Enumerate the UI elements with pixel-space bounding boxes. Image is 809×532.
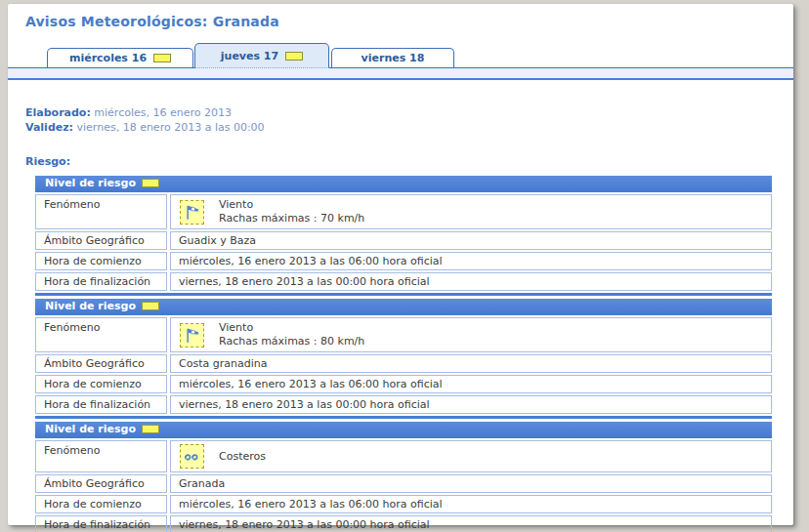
fenomeno-value: Costeros	[170, 440, 772, 472]
tab-label: jueves 17	[221, 50, 278, 62]
fin-label: Hora de finalización	[35, 272, 167, 291]
fin-label: Hora de finalización	[35, 395, 167, 414]
content-window: Avisos Meteorológicos: Granada miércoles…	[8, 4, 793, 525]
wind-sock-icon	[180, 200, 204, 225]
fenomeno-label: Fenómeno	[35, 317, 167, 352]
fin-value: viernes, 18 enero 2013 a las 00:00 hora …	[170, 395, 772, 414]
risk-level-badge	[285, 52, 303, 61]
sea-waves-icon	[180, 444, 204, 469]
table-row: Hora de finalización viernes, 18 enero 2…	[35, 395, 772, 414]
warning-table: Nivel de riesgo Fenómeno Viento Rachas m…	[35, 299, 772, 419]
warning-table: Nivel de riesgo Fenómeno Viento Rachas m…	[35, 176, 772, 296]
fin-label: Hora de finalización	[35, 515, 167, 532]
table-row: Ámbito Geográfico Costa granadina	[35, 354, 772, 373]
ambito-value: Granada	[170, 474, 772, 493]
warning-table: Nivel de riesgo Fenómeno Costeros Ámbito…	[35, 422, 772, 532]
tab-miercoles-16[interactable]: miércoles 16	[47, 48, 193, 67]
ambito-label: Ámbito Geográfico	[35, 231, 167, 250]
comienzo-label: Hora de comienzo	[35, 375, 167, 393]
fenomeno-text: Costeros	[219, 450, 266, 464]
comienzo-label: Hora de comienzo	[35, 495, 167, 513]
tab-label: miércoles 16	[69, 52, 147, 64]
ambito-label: Ámbito Geográfico	[35, 354, 167, 373]
tab-label: viernes 18	[362, 52, 425, 64]
tab-viernes-18[interactable]: viernes 18	[331, 48, 454, 67]
table-bottom-bar	[35, 416, 772, 419]
table-row: Hora de comienzo miércoles, 16 enero 201…	[35, 252, 772, 270]
day-tabs: miércoles 16 jueves 17 viernes 18	[8, 43, 793, 67]
elaborado-line: Elaborado: miércoles, 16 enero 2013	[25, 105, 793, 120]
table-row: Hora de comienzo miércoles, 16 enero 201…	[35, 495, 772, 513]
risk-level-badge	[142, 425, 159, 433]
issue-info: Elaborado: miércoles, 16 enero 2013 Vali…	[25, 105, 793, 135]
fenomeno-text: Viento Rachas máximas : 80 km/h	[219, 321, 364, 348]
risk-level-badge	[142, 302, 159, 310]
riesgo-heading: Riesgo:	[25, 155, 793, 168]
elaborado-label: Elaborado:	[25, 106, 91, 119]
fin-value: viernes, 18 enero 2013 a las 00:00 hora …	[170, 272, 772, 291]
table-row: Fenómeno Costeros	[35, 440, 772, 472]
table-row: Fenómeno Viento Rachas máximas : 80 km/h	[35, 317, 772, 352]
risk-level-badge	[153, 54, 171, 62]
warning-header-label: Nivel de riesgo	[45, 300, 136, 312]
page-title: Avisos Meteorológicos: Granada	[25, 4, 793, 29]
comienzo-value: miércoles, 16 enero 2013 a las 06:00 hor…	[170, 495, 772, 513]
ambito-label: Ámbito Geográfico	[35, 474, 167, 493]
fenomeno-name: Costeros	[219, 450, 266, 464]
fenomeno-text: Viento Rachas máximas : 70 km/h	[219, 198, 364, 225]
warning-header-label: Nivel de riesgo	[45, 423, 136, 435]
fenomeno-value: Viento Rachas máximas : 70 km/h	[170, 194, 772, 229]
warning-header: Nivel de riesgo	[35, 299, 772, 315]
ambito-value: Costa granadina	[170, 354, 772, 373]
risk-level-badge	[142, 179, 159, 187]
fenomeno-name: Viento	[219, 198, 364, 212]
comienzo-label: Hora de comienzo	[35, 252, 167, 270]
warning-header-label: Nivel de riesgo	[45, 177, 136, 189]
fenomeno-detail: Rachas máximas : 70 km/h	[219, 212, 364, 225]
table-row: Ámbito Geográfico Guadix y Baza	[35, 231, 772, 250]
table-row: Hora de comienzo miércoles, 16 enero 201…	[35, 375, 772, 393]
table-row: Hora de finalización viernes, 18 enero 2…	[35, 272, 772, 291]
fin-value: viernes, 18 enero 2013 a las 00:00 hora …	[170, 515, 772, 532]
table-row: Fenómeno Viento Rachas máximas : 70 km/h	[35, 194, 772, 229]
warning-header: Nivel de riesgo	[35, 176, 772, 192]
wind-sock-icon	[180, 323, 204, 348]
tab-underline-strip	[8, 67, 793, 80]
comienzo-value: miércoles, 16 enero 2013 a las 06:00 hor…	[170, 375, 772, 393]
table-bottom-bar	[35, 293, 772, 296]
fenomeno-label: Fenómeno	[35, 440, 167, 472]
fenomeno-label: Fenómeno	[35, 194, 167, 229]
validez-line: Validez: viernes, 18 enero 2013 a las 00…	[25, 120, 793, 135]
ambito-value: Guadix y Baza	[170, 231, 772, 250]
elaborado-value: miércoles, 16 enero 2013	[94, 106, 232, 119]
table-row: Hora de finalización viernes, 18 enero 2…	[35, 515, 772, 532]
comienzo-value: miércoles, 16 enero 2013 a las 06:00 hor…	[170, 252, 772, 270]
fenomeno-value: Viento Rachas máximas : 80 km/h	[170, 317, 772, 352]
fenomeno-name: Viento	[219, 321, 364, 335]
table-row: Ámbito Geográfico Granada	[35, 474, 772, 493]
fenomeno-detail: Rachas máximas : 80 km/h	[219, 335, 364, 348]
validez-value: viernes, 18 enero 2013 a las 00:00	[77, 121, 265, 134]
warning-header: Nivel de riesgo	[35, 422, 772, 438]
validez-label: Validez:	[25, 121, 73, 134]
tab-jueves-17[interactable]: jueves 17	[194, 43, 329, 68]
